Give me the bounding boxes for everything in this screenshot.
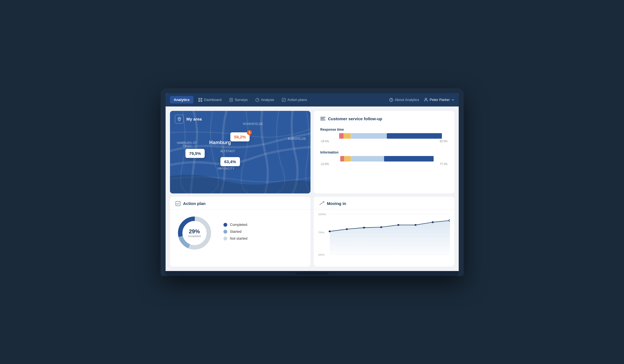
nav-right: About Analytics Peter Parker [389,98,454,102]
legend-item-notstarted: Not started [223,236,248,240]
service-header: Customer service follow-up [320,116,448,121]
donut-chart: 29% completed [177,215,212,251]
svg-rect-3 [201,100,202,102]
svg-text:100%: 100% [318,212,326,215]
action-plan-header: Action plan [170,197,310,210]
bar-neg-2: -22.8% [320,163,329,166]
service-title: Customer service follow-up [328,116,382,121]
map-icon-box [175,115,184,124]
bar-yellow-1 [344,133,351,139]
nav-item-actionplans[interactable]: Action plans [278,96,311,103]
map-label-stpauli: HAMBURG-ST.PAULI [177,141,197,147]
bar-red-2 [340,156,344,162]
user-icon [424,98,428,102]
bar-divider-1 [351,133,351,139]
svg-rect-1 [201,98,202,100]
chart-row-response: Response time -18.4% 82.0% [320,128,448,143]
moving-in-title: Moving in [327,201,346,206]
bar-neg-1: -18.4% [320,140,329,143]
chart-row-information: Information -22.8% 77.2% [320,150,448,166]
data-point-3 [363,227,365,228]
actionplans-icon [282,98,286,102]
legend-item-completed: Completed [223,223,248,227]
map-label-borgfelde: BORGFELDE [288,137,306,140]
customer-service-card: Customer service follow-up Response time [314,111,454,193]
data-point-6 [414,224,416,226]
bar-yellow-2 [344,156,351,162]
svg-rect-4 [230,98,233,102]
data-point-7 [432,221,434,223]
svg-text:25%: 25% [318,253,325,256]
bar-darkblue-1 [387,133,442,139]
bar-darkblue-2 [384,156,434,162]
data-point-8 [449,220,450,221]
line-chart-svg: 100% 75% 25% [318,212,450,261]
map-label-hamburg: Hamburg [209,140,231,146]
map-bubble-79[interactable]: 79,5% [185,149,205,158]
nav-item-dashboard[interactable]: Dashboard [195,96,225,103]
chart-label-information: Information [320,150,448,154]
info-icon [389,98,393,102]
nav-about[interactable]: About Analytics [389,98,419,102]
laptop-base [166,271,459,276]
data-point-2 [346,228,348,230]
nav-item-analysis[interactable]: Analysis [252,96,278,103]
bar-pos-1: 82.0% [440,140,447,143]
bar-pos-2: 77.2% [440,163,447,166]
donut-sub: completed [188,235,201,238]
surveys-icon [229,98,233,102]
action-plan-title: Action plan [183,201,206,206]
nav-item-surveys[interactable]: Surveys [225,96,252,103]
map-card: My area HOHENFELDE BORGFELDE HAMBURG-ST.… [170,111,310,193]
bar-divider-2 [351,156,351,162]
trend-icon [319,201,324,206]
donut-section: 29% completed Completed Started [170,210,310,258]
map-bubble-58[interactable]: 58,2% 3 [230,132,250,141]
line-chart-wrap: 100% 75% 25% [314,209,454,267]
data-point-1 [328,230,330,232]
moving-in-header: Moving in [314,197,454,209]
main-content: My area HOHENFELDE BORGFELDE HAMBURG-ST.… [166,106,459,271]
svg-rect-0 [198,98,200,100]
map-label-altstadt: ALTSTADT [220,150,235,153]
bar-red-1 [339,133,344,139]
legend-dot-notstarted [223,237,227,240]
chart-label-response: Response time [320,128,448,132]
legend-dot-completed [223,223,227,227]
moving-in-card: Moving in 100% 75% 25% [314,197,454,267]
menu-icon [320,117,325,121]
chevron-down-icon [452,98,454,101]
svg-text:75%: 75% [318,231,325,234]
svg-point-13 [179,118,180,119]
map-label-hafencity: HAFENCITY [218,167,234,170]
legend: Completed Started Not started [223,223,248,243]
analysis-icon [255,98,259,102]
bar-values-information: -22.8% 77.2% [320,163,448,166]
svg-point-12 [425,98,427,100]
map-bubble-63[interactable]: 63,4% [220,157,240,166]
svg-rect-17 [176,201,180,206]
dashboard-icon [198,98,202,102]
bar-lightblue-1 [351,133,387,139]
laptop-outer: Analytics Dashboard Surveys [161,88,464,276]
navbar: Analytics Dashboard Surveys [166,93,459,106]
svg-point-11 [391,99,391,99]
location-icon [177,117,182,121]
data-point-4 [380,226,382,228]
bar-values-response: -18.4% 82.0% [320,140,448,143]
donut-label: 29% completed [188,228,201,238]
area-fill [329,220,450,254]
bar-lightblue-2 [351,156,384,162]
checkbox-icon [175,201,180,206]
legend-dot-started [223,230,227,234]
donut-percentage: 29% [188,228,201,235]
nav-user[interactable]: Peter Parker [424,98,454,102]
nav-brand[interactable]: Analytics [170,96,194,103]
laptop-notch [296,272,329,275]
map-title: My area [187,117,202,121]
map-bubble-badge: 3 [247,130,252,135]
svg-rect-2 [198,100,200,102]
data-point-5 [397,224,399,226]
map-header: My area [170,111,310,127]
legend-item-started: Started [223,229,248,234]
